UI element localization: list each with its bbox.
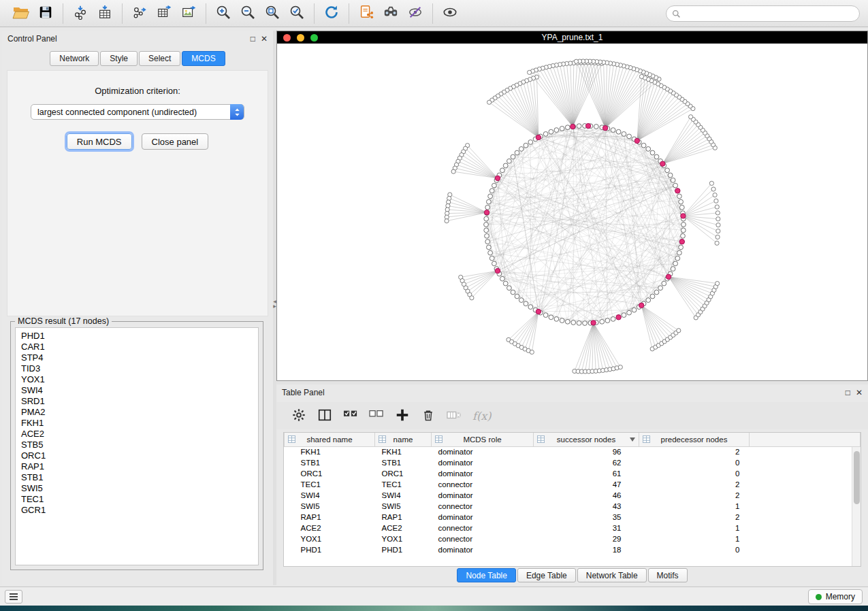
network-node[interactable] — [543, 132, 548, 137]
float-panel-button[interactable]: □ — [251, 35, 255, 43]
network-node[interactable] — [528, 70, 532, 74]
network-node[interactable] — [668, 173, 673, 178]
network-node[interactable] — [622, 313, 626, 318]
table-row[interactable]: ACE2ACE2connector311 — [285, 523, 861, 533]
network-node[interactable] — [507, 159, 512, 163]
network-node[interactable] — [484, 216, 489, 221]
network-node[interactable] — [549, 315, 553, 320]
mcds-result-node[interactable]: TEC1 — [21, 494, 258, 505]
network-node[interactable] — [554, 317, 559, 322]
hide-columns-button[interactable] — [443, 406, 466, 426]
table-row[interactable]: STB1STB1dominator620 — [285, 457, 861, 468]
network-node[interactable] — [658, 286, 663, 291]
network-node[interactable] — [565, 319, 570, 324]
find-button[interactable] — [379, 3, 403, 24]
network-node[interactable] — [487, 100, 492, 104]
dominator-node[interactable] — [639, 303, 644, 308]
network-node[interactable] — [715, 205, 719, 209]
network-node[interactable] — [618, 365, 622, 369]
memory-button[interactable]: Memory — [808, 589, 863, 604]
dominator-node[interactable] — [495, 268, 500, 273]
dominator-node[interactable] — [679, 240, 684, 244]
import-network-button[interactable] — [68, 3, 93, 24]
network-node[interactable] — [515, 294, 519, 299]
network-node[interactable] — [594, 125, 598, 129]
network-node[interactable] — [716, 229, 720, 233]
network-node[interactable] — [611, 128, 615, 133]
network-node[interactable] — [716, 223, 720, 227]
dominator-node[interactable] — [536, 135, 541, 139]
close-table-panel-button[interactable]: ✕ — [856, 389, 863, 397]
mcds-result-node[interactable]: ACE2 — [21, 429, 258, 440]
show-graphics-button[interactable] — [438, 3, 462, 24]
network-node[interactable] — [654, 290, 659, 295]
network-node[interactable] — [654, 154, 659, 159]
network-node[interactable] — [671, 267, 675, 271]
mcds-result-node[interactable]: PMA2 — [21, 407, 258, 418]
network-node[interactable] — [489, 188, 494, 193]
tab-select[interactable]: Select — [139, 51, 180, 66]
network-node[interactable] — [627, 134, 632, 139]
optimization-criterion-select[interactable]: largest connected component (undirected) — [31, 104, 244, 120]
deselect-all-button[interactable] — [365, 406, 388, 426]
search-input[interactable] — [684, 9, 854, 18]
network-node[interactable] — [681, 233, 686, 238]
mcds-result-node[interactable]: SWI4 — [21, 385, 258, 396]
save-button[interactable] — [33, 3, 58, 24]
network-node[interactable] — [681, 228, 686, 233]
network-node[interactable] — [622, 132, 626, 137]
network-node[interactable] — [565, 125, 570, 130]
column-header-successor-nodes[interactable]: successor nodes — [534, 433, 639, 446]
run-mcds-button[interactable]: Run MCDS — [67, 133, 132, 150]
network-node[interactable] — [681, 222, 686, 227]
network-node[interactable] — [711, 187, 716, 191]
tab-style[interactable]: Style — [100, 51, 138, 66]
network-node[interactable] — [488, 250, 493, 255]
mcds-result-node[interactable]: YOX1 — [21, 374, 258, 385]
tab-motifs[interactable]: Motifs — [648, 568, 688, 582]
zoom-out-button[interactable] — [236, 3, 260, 24]
close-panel-button[interactable]: Close panel — [142, 133, 209, 150]
dominator-node[interactable] — [484, 210, 489, 215]
split-view-button[interactable] — [313, 406, 336, 426]
dominator-node[interactable] — [536, 309, 541, 314]
network-node[interactable] — [488, 194, 493, 199]
dominator-node[interactable] — [616, 315, 621, 320]
network-node[interactable] — [583, 321, 588, 326]
network-node[interactable] — [528, 140, 533, 145]
table-row[interactable]: TEC1TEC1connector472 — [285, 479, 861, 490]
tab-network[interactable]: Network — [50, 51, 99, 66]
dominator-node[interactable] — [591, 320, 596, 325]
network-node[interactable] — [679, 245, 684, 250]
network-node[interactable] — [528, 305, 533, 310]
network-node[interactable] — [577, 124, 581, 129]
table-row[interactable]: SWI4SWI4dominator462 — [285, 490, 861, 501]
dominator-node[interactable] — [495, 176, 500, 180]
open-folder-button[interactable] — [9, 3, 33, 24]
tab-network-table[interactable]: Network Table — [577, 568, 647, 582]
mcds-result-node[interactable]: CAR1 — [21, 342, 258, 352]
network-node[interactable] — [492, 261, 497, 266]
export-table-button[interactable] — [152, 3, 176, 24]
network-node[interactable] — [571, 320, 576, 325]
network-node[interactable] — [713, 193, 717, 197]
table-row[interactable]: PHD1PHD1dominator180 — [285, 544, 861, 555]
network-node[interactable] — [605, 318, 610, 323]
mcds-result-node[interactable]: GCR1 — [21, 505, 258, 516]
network-node[interactable] — [492, 183, 497, 188]
network-node[interactable] — [484, 222, 489, 227]
column-header-MCDS-role[interactable]: MCDS role — [432, 433, 534, 446]
dominator-node[interactable] — [675, 188, 680, 193]
network-node[interactable] — [600, 319, 605, 324]
network-node[interactable] — [530, 350, 534, 354]
network-node[interactable] — [511, 290, 515, 295]
network-node[interactable] — [673, 183, 678, 188]
column-header-shared-name[interactable]: shared name — [285, 433, 375, 446]
network-node[interactable] — [611, 317, 615, 322]
network-node[interactable] — [716, 235, 720, 239]
network-node[interactable] — [662, 281, 666, 286]
network-node[interactable] — [500, 168, 505, 173]
network-node[interactable] — [714, 199, 718, 203]
network-node[interactable] — [650, 294, 655, 299]
network-node[interactable] — [470, 296, 474, 300]
